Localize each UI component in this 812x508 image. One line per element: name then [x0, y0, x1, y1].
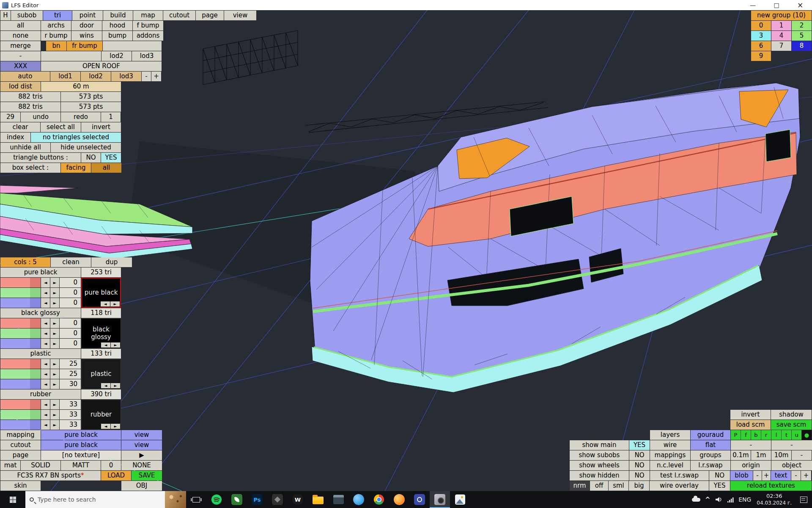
part-archs-button[interactable]: archs — [41, 21, 71, 30]
cutout-view-button[interactable]: view — [121, 440, 162, 450]
auto-lod-button[interactable]: auto — [0, 72, 50, 81]
increase-arrow[interactable]: ► — [50, 288, 59, 298]
taskbar-app-photoshop[interactable]: Ps — [247, 491, 267, 508]
maximize-button[interactable]: □ — [765, 0, 788, 10]
dash-button[interactable]: - — [771, 440, 812, 450]
part-r-bump-button[interactable]: r bump — [41, 31, 71, 41]
layer-toggle-p[interactable]: P — [731, 430, 741, 440]
taskbar-app-green[interactable] — [227, 491, 247, 508]
menu-h-button[interactable]: H — [0, 11, 11, 20]
select-all-parts-button[interactable]: all — [0, 21, 41, 30]
lod3-select-button[interactable]: lod3 — [111, 72, 141, 81]
hide-unselected-button[interactable]: hide unselected — [51, 143, 121, 152]
volume-tray-button[interactable] — [713, 491, 724, 508]
next-material-arrow[interactable]: ► — [110, 301, 120, 306]
layer-toggle-l[interactable]: l — [771, 430, 781, 440]
mappings-button[interactable]: mappings — [650, 450, 690, 460]
taskbar-clock[interactable]: 02:36 04.03.2024 г. — [753, 491, 795, 508]
decrease-arrow[interactable]: ◄ — [41, 410, 50, 420]
minimize-button[interactable]: — — [741, 0, 765, 10]
channel-value[interactable]: 25 — [60, 369, 81, 379]
search-highlight-thumbnail[interactable] — [165, 491, 186, 508]
taskbar-app-chrome[interactable] — [369, 491, 389, 508]
part-addons-button[interactable]: addons — [133, 31, 163, 41]
show-main-toggle[interactable]: YES — [629, 440, 650, 450]
tab-page[interactable]: page — [196, 11, 224, 20]
taskbar-app-blue[interactable] — [409, 491, 430, 508]
layer-toggle-u[interactable]: u — [792, 430, 801, 440]
prev-material-arrow[interactable]: ◄ — [101, 383, 110, 388]
nrm-big-button[interactable]: big — [629, 481, 649, 491]
increase-arrow[interactable]: ► — [50, 298, 59, 308]
group-2[interactable]: 2 — [792, 21, 812, 30]
grid-dash-button[interactable]: - — [792, 450, 812, 460]
taskbar-app-dark[interactable] — [267, 491, 288, 508]
blob-button[interactable]: blob — [730, 471, 753, 480]
text-button[interactable]: text — [771, 471, 791, 480]
channel-value[interactable]: 0 — [60, 298, 81, 308]
select-none-button[interactable]: none — [0, 31, 41, 41]
grid-0-1m-button[interactable]: 0.1m — [731, 450, 751, 460]
clear-button[interactable]: clear — [0, 122, 40, 132]
wire-overlay-toggle[interactable]: YES — [709, 481, 730, 491]
channel-value[interactable]: 0 — [60, 318, 81, 328]
action-center-button[interactable] — [795, 491, 812, 508]
search-input[interactable] — [38, 496, 161, 503]
taskbar-app-photos[interactable] — [450, 491, 470, 508]
group-3[interactable]: 3 — [751, 31, 771, 41]
prev-material-arrow[interactable]: ◄ — [101, 301, 110, 306]
increase-arrow[interactable]: ► — [50, 410, 59, 420]
task-view-button[interactable] — [186, 491, 206, 508]
taskbar-app-spotify[interactable] — [206, 491, 227, 508]
grid-1m-button[interactable]: 1m — [751, 450, 771, 460]
text-plus-button[interactable]: + — [801, 471, 811, 480]
start-button[interactable] — [0, 491, 25, 508]
decrease-arrow[interactable]: ◄ — [41, 278, 50, 287]
taskbar-app-orange[interactable] — [389, 491, 409, 508]
box-select-all[interactable]: all — [91, 163, 121, 173]
prev-material-arrow[interactable]: ◄ — [101, 424, 110, 429]
layer-toggle-f[interactable]: f — [741, 430, 751, 440]
nrm-off-button[interactable]: off — [590, 481, 608, 491]
decrease-arrow[interactable]: ◄ — [41, 379, 50, 389]
increase-arrow[interactable]: ► — [50, 359, 59, 369]
taskbar-app-w[interactable]: W — [288, 491, 308, 508]
cols-count-button[interactable]: cols : 5 — [0, 257, 50, 267]
decrease-arrow[interactable]: ◄ — [41, 369, 50, 379]
next-material-arrow[interactable]: ► — [111, 383, 120, 388]
cutout-value-button[interactable]: pure black — [41, 440, 121, 450]
page-texture-value[interactable]: [no texture] — [41, 450, 121, 460]
gouraud-button[interactable]: gouraud — [691, 430, 730, 440]
open-roof-button[interactable]: OPEN ROOF — [41, 61, 162, 71]
test-lr-swap-toggle[interactable]: NO — [709, 471, 730, 480]
group-4[interactable]: 4 — [771, 31, 791, 41]
red-channel-bar[interactable] — [0, 318, 41, 328]
green-channel-bar[interactable] — [0, 410, 41, 420]
material-name[interactable]: pure black — [0, 268, 81, 277]
groups-button[interactable]: groups — [691, 450, 730, 460]
dash-button[interactable]: - — [731, 440, 771, 450]
taskbar-app-lfs-editor[interactable] — [430, 491, 450, 508]
tray-expand-button[interactable]: ^ — [702, 491, 713, 508]
part-bn-button[interactable]: bn — [46, 41, 66, 51]
tab-cutout[interactable]: cutout — [163, 11, 195, 20]
channel-value[interactable]: 0 — [60, 288, 81, 298]
green-channel-bar[interactable] — [0, 369, 41, 379]
show-wheels-toggle[interactable]: NO — [629, 461, 650, 470]
increase-arrow[interactable]: ► — [50, 369, 59, 379]
merge-button[interactable]: merge — [0, 41, 41, 51]
tab-build[interactable]: build — [103, 11, 133, 20]
red-channel-bar[interactable] — [0, 359, 41, 369]
material-name[interactable]: plastic — [0, 349, 81, 359]
new-group-button[interactable]: new group (10) — [751, 11, 812, 20]
dup-button[interactable]: dup — [91, 257, 132, 267]
lod-dist-value[interactable]: 60 m — [41, 82, 121, 91]
object-button[interactable]: object — [771, 461, 812, 470]
increase-arrow[interactable]: ► — [50, 278, 59, 287]
material-preview-rubber[interactable]: rubber ◄► — [81, 400, 121, 430]
mat-solid-button[interactable]: SOLID — [21, 461, 60, 470]
group-8-selected[interactable]: 8 — [792, 41, 812, 51]
shadow-button[interactable]: shadow — [771, 410, 812, 420]
lr-swap-button[interactable]: l.r.swap — [691, 461, 730, 470]
part-bump-button[interactable]: bump — [102, 31, 132, 41]
